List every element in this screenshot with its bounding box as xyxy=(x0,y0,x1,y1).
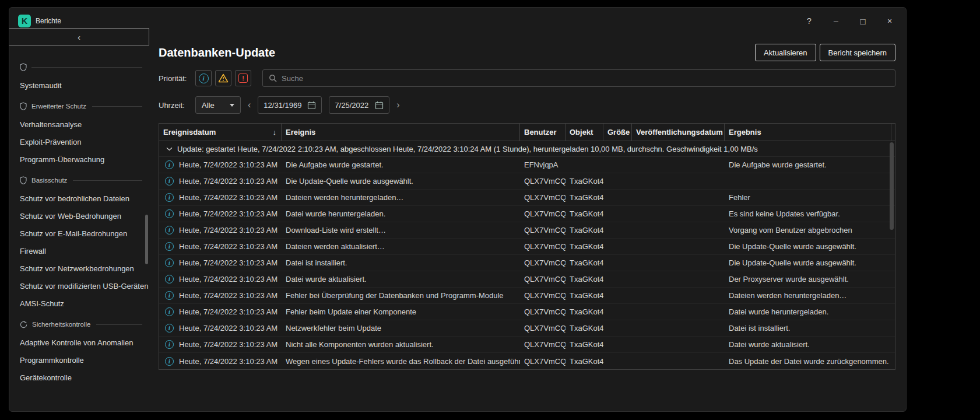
info-icon: i xyxy=(165,258,174,267)
info-icon: i xyxy=(165,357,174,366)
sidebar-section-label: Sicherheitskontrolle xyxy=(32,321,90,328)
table-row[interactable]: i Heute, 7/24/2022 3:10:23 AM Datei wurd… xyxy=(159,271,895,288)
table-scrollbar[interactable] xyxy=(890,142,894,230)
table-row[interactable]: i Heute, 7/24/2022 3:10:23 AM Nicht alle… xyxy=(159,337,895,353)
critical-icon: ! xyxy=(238,74,248,83)
priority-warning-button[interactable] xyxy=(215,70,231,86)
sidebar-item[interactable]: Schutz vor E-Mail-Bedrohungen xyxy=(9,225,149,242)
sidebar-item[interactable]: Systemaudit xyxy=(9,76,149,94)
next-period-button[interactable]: › xyxy=(396,100,399,110)
sidebar-scrollbar[interactable] xyxy=(145,215,148,264)
table-row[interactable]: i Heute, 7/24/2022 3:10:23 AM Dateien we… xyxy=(159,190,895,206)
event-pubdate xyxy=(632,304,725,320)
search-input[interactable] xyxy=(282,74,889,83)
sidebar-item[interactable]: Gerätekontrolle xyxy=(9,369,149,386)
event-user: QLX7VmCQ xyxy=(520,206,565,222)
sidebar-item[interactable]: Firewall xyxy=(9,242,149,260)
info-icon: i xyxy=(199,74,209,83)
sort-descending-icon[interactable]: ↓ xyxy=(273,128,277,136)
event-object: TxaGKot4 xyxy=(565,173,603,189)
sidebar-section: Sicherheitskontrolle xyxy=(9,315,149,334)
sidebar-item[interactable]: AMSI-Schutz xyxy=(9,295,149,312)
save-report-button[interactable]: Bericht speichern xyxy=(820,44,895,61)
table-row[interactable]: i Heute, 7/24/2022 3:10:23 AM Fehler bei… xyxy=(159,304,895,320)
column-header-user[interactable]: Benutzer xyxy=(520,124,565,141)
table-row[interactable]: i Heute, 7/24/2022 3:10:23 AM Die Update… xyxy=(159,173,895,190)
search-box[interactable] xyxy=(262,69,895,87)
sidebar-collapse-button[interactable]: ‹ xyxy=(9,28,149,46)
priority-info-button[interactable]: i xyxy=(195,70,212,86)
date-from-field[interactable]: 12/31/1969 xyxy=(258,96,322,114)
event-result: Fehler xyxy=(725,190,891,205)
event-text: Wegen eines Update-Fehlers wurde das Rol… xyxy=(282,353,520,369)
column-header-result[interactable]: Ergebnis xyxy=(725,124,891,141)
sidebar-item[interactable]: Schutz vor modifizierten USB-Geräten xyxy=(9,277,149,295)
sidebar-item[interactable]: Schutz vor bedrohlichen Dateien xyxy=(9,190,149,207)
event-date: Heute, 7/24/2022 3:10:23 AM xyxy=(179,160,278,169)
previous-period-button[interactable]: ‹ xyxy=(248,100,251,110)
section-divider xyxy=(31,67,142,68)
group-row[interactable]: Update: gestartet Heute, 7/24/2022 2:10:… xyxy=(159,141,895,157)
table-row[interactable]: i Heute, 7/24/2022 3:10:23 AM Wegen eine… xyxy=(159,353,895,369)
event-user: QLX7VmCQ xyxy=(520,271,565,287)
event-result: Dateien werden heruntergeladen… xyxy=(725,288,891,303)
column-header-date[interactable]: Ereignisdatum ↓ xyxy=(159,124,282,141)
event-pubdate xyxy=(632,190,725,205)
info-icon: i xyxy=(165,324,174,332)
table-row[interactable]: i Heute, 7/24/2022 3:10:23 AM Die Aufgab… xyxy=(159,157,895,173)
table-row[interactable]: i Heute, 7/24/2022 3:10:23 AM Fehler bei… xyxy=(159,288,895,304)
event-size xyxy=(603,320,632,336)
event-user: QLX7VmCQ xyxy=(520,353,565,369)
event-pubdate xyxy=(632,206,725,222)
table-row[interactable]: i Heute, 7/24/2022 3:10:23 AM Dateien we… xyxy=(159,239,895,255)
column-header-event[interactable]: Ereignis xyxy=(282,124,520,141)
help-button[interactable]: ? xyxy=(803,16,815,26)
info-icon: i xyxy=(165,275,174,284)
table-row[interactable]: i Heute, 7/24/2022 3:10:23 AM Datei ist … xyxy=(159,255,895,271)
sidebar-item[interactable]: Verhaltensanalyse xyxy=(9,116,149,133)
sidebar-item[interactable]: Schutz vor Web-Bedrohungen xyxy=(9,207,149,225)
event-result: Der Proxyserver wurde ausgewählt. xyxy=(725,271,891,287)
sidebar-section-label: Erweiterter Schutz xyxy=(31,103,86,110)
sidebar-item[interactable]: Programm-Überwachung xyxy=(9,150,149,168)
event-result: Die Aufgabe wurde gestartet. xyxy=(725,157,891,173)
column-header-object[interactable]: Objekt xyxy=(565,124,603,141)
table-row[interactable]: i Heute, 7/24/2022 3:10:23 AM Netzwerkfe… xyxy=(159,320,895,337)
priority-critical-button[interactable]: ! xyxy=(235,70,251,86)
event-pubdate xyxy=(632,173,725,189)
event-user: QLX7VmCQ xyxy=(520,320,565,336)
event-size xyxy=(603,288,632,303)
sidebar-item[interactable]: Schutz vor Netzwerkbedrohungen xyxy=(9,260,149,277)
sidebar-item[interactable]: Programmkontrolle xyxy=(9,351,149,369)
chevron-expanded-icon xyxy=(166,147,173,151)
event-object: TxaGKot4 xyxy=(565,190,603,205)
column-header-pubdate[interactable]: Veröffentlichungsdatum xyxy=(632,124,725,141)
event-date: Heute, 7/24/2022 3:10:23 AM xyxy=(179,307,278,316)
main-content: Datenbanken-Update Aktualisieren Bericht… xyxy=(159,34,895,411)
table-body: i Heute, 7/24/2022 3:10:23 AM Die Aufgab… xyxy=(159,157,895,369)
table-row[interactable]: i Heute, 7/24/2022 3:10:23 AM Datei wurd… xyxy=(159,206,895,222)
event-size xyxy=(603,304,632,320)
event-object: TxaGKot4 xyxy=(565,206,603,222)
event-object: TxaGKot4 xyxy=(565,255,603,271)
date-to-field[interactable]: 7/25/2022 xyxy=(329,96,389,114)
events-table: Ereignisdatum ↓ Ereignis Benutzer Objekt… xyxy=(159,123,895,370)
time-range-select[interactable]: Alle xyxy=(195,96,241,114)
maximize-button[interactable]: □ xyxy=(857,16,869,26)
column-header-size[interactable]: Größe xyxy=(603,124,632,141)
refresh-button[interactable]: Aktualisieren xyxy=(755,44,816,61)
shield-icon xyxy=(20,176,27,184)
sidebar-item[interactable]: Adaptive Kontrolle von Anomalien xyxy=(9,334,149,351)
time-range-value: Alle xyxy=(202,101,215,110)
event-text: Dateien werden aktualisiert… xyxy=(282,239,520,254)
event-size xyxy=(603,222,632,238)
event-pubdate xyxy=(632,157,725,173)
chevron-down-icon xyxy=(230,104,234,107)
warning-icon xyxy=(218,74,229,83)
table-row[interactable]: i Heute, 7/24/2022 3:10:23 AM Download-L… xyxy=(159,222,895,239)
calendar-icon xyxy=(375,101,384,110)
event-date: Heute, 7/24/2022 3:10:23 AM xyxy=(179,242,278,251)
sidebar-item[interactable]: Exploit-Prävention xyxy=(9,133,149,150)
minimize-button[interactable]: – xyxy=(830,16,842,26)
close-button[interactable]: × xyxy=(884,16,895,26)
